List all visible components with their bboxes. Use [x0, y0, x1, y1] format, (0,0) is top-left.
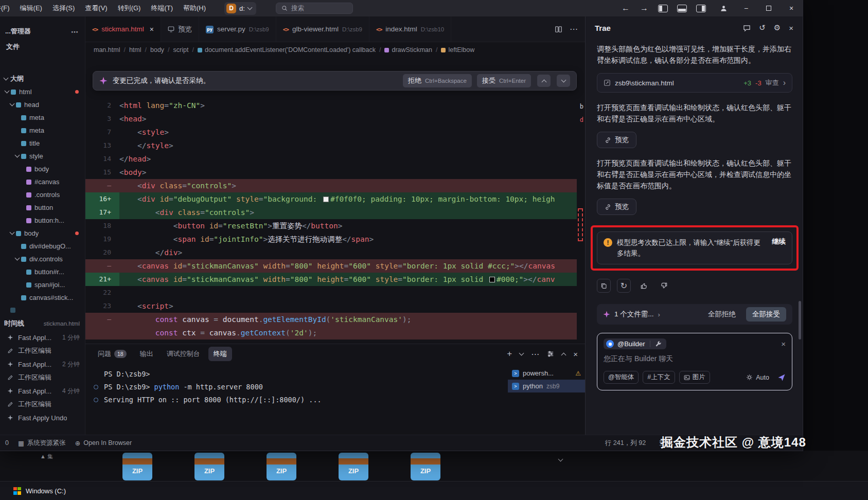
chat-chip[interactable]: @智能体: [604, 371, 639, 384]
panel-tab[interactable]: 问题18: [93, 347, 132, 361]
outline-item[interactable]: body: [0, 227, 85, 240]
previous-change-button[interactable]: [537, 75, 551, 87]
code-editor[interactable]: 变更已完成，请确认是否采纳。 拒绝Ctrl+Backspace 接受Ctrl+E…: [85, 58, 585, 344]
code-line[interactable]: 23 <script>: [85, 299, 585, 313]
code-line[interactable]: 15<body>: [85, 166, 585, 179]
code-line[interactable]: 16+ <div id="debugOutput" style="backgro…: [85, 192, 585, 206]
back-arrow-icon[interactable]: ←: [616, 4, 635, 13]
code-line[interactable]: 7 <style>: [85, 126, 585, 139]
code-line[interactable]: 3<head>: [85, 112, 585, 126]
outline-section-header[interactable]: 大纲: [0, 72, 85, 85]
zip-folder-icon[interactable]: ZIP: [194, 453, 224, 480]
panel-tab[interactable]: 输出: [135, 347, 158, 361]
outline-item[interactable]: meta: [0, 124, 85, 137]
resource-warning[interactable]: ▦ 系统资源紧张: [18, 439, 66, 448]
code-line[interactable]: 2<html lang="zh-CN">: [85, 99, 585, 112]
terminal-output[interactable]: PS D:\zsb9>PS D:\zsb9> python -m http.se…: [85, 364, 508, 435]
outline-item[interactable]: style: [0, 150, 85, 163]
code-line[interactable]: 21+ <canvas id="stickmanCanvas" width="8…: [85, 273, 585, 286]
timeline-item[interactable]: Fast Apply Undo: [0, 411, 85, 424]
maximize-button[interactable]: [757, 0, 780, 16]
timeline-item[interactable]: 工作区编辑: [0, 344, 85, 358]
accept-all-button[interactable]: 全部接受: [746, 307, 786, 322]
terminal-dropdown-icon[interactable]: [519, 350, 524, 355]
breadcrumb-item[interactable]: html: [129, 46, 141, 53]
code-line[interactable]: 20 </div>: [85, 246, 585, 259]
outline-item[interactable]: html: [0, 85, 85, 98]
review-link[interactable]: 审查: [766, 78, 779, 87]
editor-tab[interactable]: pyserver.pyD:\zsb9: [199, 16, 276, 42]
timeline-section-header[interactable]: 时间线 stickman.html: [0, 316, 85, 331]
outline-item[interactable]: button:h...: [0, 214, 85, 227]
menu-item[interactable]: 查看(V): [80, 0, 112, 16]
files-section-header[interactable]: 文件: [0, 39, 85, 55]
open-in-browser[interactable]: ⊕ Open In Browser: [75, 439, 132, 447]
outline-item[interactable]: canvas#stick...: [0, 291, 85, 304]
code-line[interactable]: 22: [85, 286, 585, 299]
forward-arrow-icon[interactable]: →: [635, 4, 653, 13]
outline-item[interactable]: .controls: [0, 188, 85, 201]
new-terminal-icon[interactable]: +: [507, 349, 512, 359]
preview-button[interactable]: 预览: [597, 132, 636, 148]
workspace-selector[interactable]: D d:: [224, 2, 256, 15]
outline-item[interactable]: div.controls: [0, 253, 85, 265]
more-actions-icon[interactable]: ⋯: [570, 24, 578, 34]
continue-link[interactable]: 继续: [772, 237, 786, 246]
maximize-panel-icon[interactable]: [561, 352, 566, 358]
code-line[interactable]: — <div class="controls">: [85, 179, 585, 192]
changed-file-card[interactable]: zsb9\stickman.html +3 -3 审查 ›: [597, 73, 792, 93]
minimize-button[interactable]: −: [735, 0, 757, 16]
chevron-down-icon[interactable]: [559, 454, 562, 463]
toggle-secondary-sidebar-icon[interactable]: [696, 5, 706, 12]
timeline-item[interactable]: 工作区编辑: [0, 371, 85, 384]
panel-tab[interactable]: 终端: [208, 347, 232, 361]
cursor-position[interactable]: 行 241，列 92: [605, 439, 646, 448]
menu-item[interactable]: 终端(T): [146, 0, 178, 16]
code-line[interactable]: 19 <span id="jointInfo">选择关节进行拖动调整</span…: [85, 233, 585, 246]
close-window-button[interactable]: ×: [780, 0, 803, 16]
timeline-item[interactable]: Fast Appl...2 分钟: [0, 358, 85, 371]
terminal-session[interactable]: >powersh...⚠: [508, 367, 585, 380]
code-line[interactable]: 18 <button id="resetBtn">重置姿势</button>: [85, 219, 585, 233]
export-chat-icon[interactable]: [743, 24, 751, 32]
builder-agent-pill[interactable]: @Builder: [604, 338, 666, 349]
breadcrumb-item[interactable]: body: [150, 46, 164, 53]
zip-folder-icon[interactable]: ZIP: [267, 453, 296, 480]
editor-tab[interactable]: <>stickman.html×: [85, 16, 161, 42]
menu-item[interactable]: 选择(S): [47, 0, 80, 16]
split-editor-icon[interactable]: [555, 26, 562, 33]
tools-icon[interactable]: [655, 341, 662, 347]
next-change-button[interactable]: [557, 75, 570, 87]
accept-button[interactable]: 接受Ctrl+Enter: [477, 74, 531, 87]
outline-item[interactable]: body: [0, 163, 85, 175]
copy-icon[interactable]: [597, 279, 611, 293]
gear-icon[interactable]: ⚙: [774, 23, 781, 32]
panel-tab[interactable]: 调试控制台: [162, 347, 205, 361]
close-chat-icon[interactable]: ×: [781, 340, 786, 348]
chat-chip[interactable]: #上下文: [643, 371, 675, 384]
outline-item[interactable]: title: [0, 137, 85, 150]
more-actions-icon[interactable]: ⋯: [71, 28, 79, 36]
auto-mode-label[interactable]: Auto: [756, 374, 769, 381]
filter-icon[interactable]: [547, 350, 554, 358]
outline-item[interactable]: span#joi...: [0, 278, 85, 291]
toggle-panel-icon[interactable]: [677, 5, 687, 12]
chat-input-card[interactable]: @Builder × 您正在与 Builder 聊天 @智能体#上下文图片 Au…: [597, 333, 792, 390]
terminal-session[interactable]: >pythonzsb9: [508, 380, 585, 392]
taskbar-item-explorer[interactable]: Windows (C:): [13, 487, 66, 495]
thumbs-up-icon[interactable]: [637, 279, 651, 293]
global-search-box[interactable]: 搜索: [276, 3, 353, 14]
editor-tab[interactable]: <>index.htmlD:\zsb10: [369, 16, 451, 42]
outline-item[interactable]: button#r...: [0, 265, 85, 278]
preview-button[interactable]: 预览: [597, 199, 636, 215]
toggle-sidebar-icon[interactable]: [658, 5, 668, 12]
zip-folder-icon[interactable]: ZIP: [122, 453, 152, 480]
reject-all-button[interactable]: 全部拒绝: [708, 310, 736, 319]
account-icon[interactable]: [720, 5, 728, 12]
editor-tab[interactable]: 预览: [161, 16, 199, 42]
chat-chip[interactable]: 图片: [679, 371, 710, 384]
outline-item[interactable]: #canvas: [0, 175, 85, 188]
timeline-item[interactable]: Fast Appl...4 分钟: [0, 384, 85, 398]
scrollbar[interactable]: [799, 301, 801, 340]
zip-folder-icon[interactable]: ZIP: [339, 453, 368, 480]
